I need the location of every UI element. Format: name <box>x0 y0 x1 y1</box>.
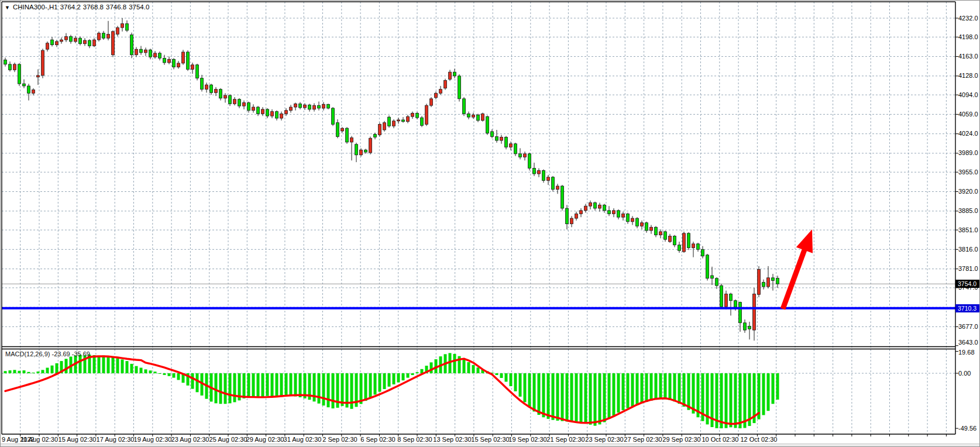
bear-candle <box>453 72 456 76</box>
bull-candle <box>215 90 218 93</box>
macd-bar <box>224 373 227 404</box>
macd-bar <box>393 373 396 384</box>
macd-bar <box>720 373 723 428</box>
macd-bar <box>659 373 662 398</box>
bull-candle <box>252 107 255 111</box>
bear-candle <box>636 218 639 226</box>
bear-candle <box>514 144 517 154</box>
bear-candle <box>173 59 176 67</box>
bear-candle <box>257 107 260 114</box>
macd-bar <box>416 372 419 373</box>
bear-candle <box>355 145 358 155</box>
bear-candle <box>229 95 232 104</box>
macd-bar <box>233 373 236 402</box>
bull-candle <box>547 177 550 181</box>
bear-candle <box>720 286 723 307</box>
macd-bar <box>594 373 597 426</box>
macd-bar <box>318 373 321 404</box>
bull-candle <box>570 218 573 224</box>
macd-bar <box>561 373 564 421</box>
bear-candle <box>238 99 241 106</box>
bear-candle <box>491 132 494 137</box>
macd-bar <box>673 373 676 401</box>
bull-candle <box>37 75 40 77</box>
bull-candle <box>135 49 138 55</box>
macd-bar <box>589 373 592 425</box>
macd-bar <box>477 367 480 373</box>
bull-candle <box>613 211 615 214</box>
bull-candle <box>262 109 264 114</box>
bull-candle <box>584 206 587 211</box>
bull-candle <box>556 186 559 190</box>
trend-arrow[interactable] <box>783 229 813 309</box>
bear-candle <box>486 116 489 133</box>
bear-candle <box>88 40 91 46</box>
bear-candle <box>51 40 54 45</box>
macd-bar <box>608 373 611 419</box>
window-bottom-edge <box>1 443 980 447</box>
bear-candle <box>365 150 367 152</box>
macd-bar <box>51 366 54 373</box>
bull-candle <box>725 294 728 307</box>
macd-bar <box>102 356 105 373</box>
macd-bar <box>402 373 405 380</box>
bear-candle <box>734 301 737 307</box>
bull-candle <box>580 211 583 214</box>
macd-bar <box>524 373 527 402</box>
symbol-dropdown-icon[interactable]: ▼ <box>5 5 10 11</box>
macd-bar <box>159 373 161 374</box>
bear-candle <box>187 52 190 69</box>
macd-bar <box>168 373 171 376</box>
macd-bar <box>467 362 470 373</box>
macd-bar <box>397 373 400 383</box>
bull-candle <box>659 232 662 235</box>
bull-candle <box>430 99 433 105</box>
macd-bar <box>687 373 690 410</box>
bull-candle <box>767 278 770 287</box>
macd-bar <box>116 358 119 373</box>
macd-bar <box>575 373 578 422</box>
bear-candle <box>716 278 718 286</box>
chart-canvas[interactable] <box>1 1 980 447</box>
arrow-shaft <box>783 250 804 309</box>
macd-bar <box>4 371 7 373</box>
macd-bar <box>191 373 194 389</box>
macd-bar <box>388 373 391 387</box>
macd-bar <box>219 373 222 404</box>
macd-bar <box>140 368 143 374</box>
bear-candle <box>336 123 339 137</box>
macd-bar <box>645 373 648 402</box>
macd-bar <box>383 373 386 389</box>
macd-bar <box>42 370 44 373</box>
macd-bar <box>514 373 517 391</box>
bull-candle <box>84 40 87 44</box>
bear-candle <box>542 170 545 180</box>
macd-bar <box>266 373 269 396</box>
bull-candle <box>425 105 428 124</box>
bull-candle <box>112 32 115 55</box>
bull-candle <box>233 99 236 104</box>
bull-candle <box>692 244 695 248</box>
bear-candle <box>477 115 480 121</box>
bull-candle <box>379 125 381 135</box>
bear-candle <box>102 33 105 39</box>
symbol-period-label: CHINA300-,H1 <box>13 4 58 11</box>
bull-candle <box>631 218 634 222</box>
bear-candle <box>210 85 213 92</box>
bull-candle <box>439 90 442 94</box>
bear-candle <box>196 65 199 78</box>
bull-candle <box>472 115 475 117</box>
macd-bar <box>98 356 101 373</box>
mt4-chart-window: ▼CHINA300-,H13764.23768.83746.83754.0 MA… <box>0 0 980 447</box>
macd-bar <box>542 373 545 417</box>
macd-bar <box>252 373 255 397</box>
macd-bar <box>163 373 166 375</box>
macd-bar <box>9 370 12 373</box>
bull-candle <box>56 42 59 45</box>
bull-candle <box>98 33 101 40</box>
bear-candle <box>467 114 470 117</box>
ohlc-high: 3768.8 <box>83 4 104 11</box>
bear-candle <box>219 90 222 98</box>
bear-candle <box>27 86 30 93</box>
bull-candle <box>271 112 274 116</box>
